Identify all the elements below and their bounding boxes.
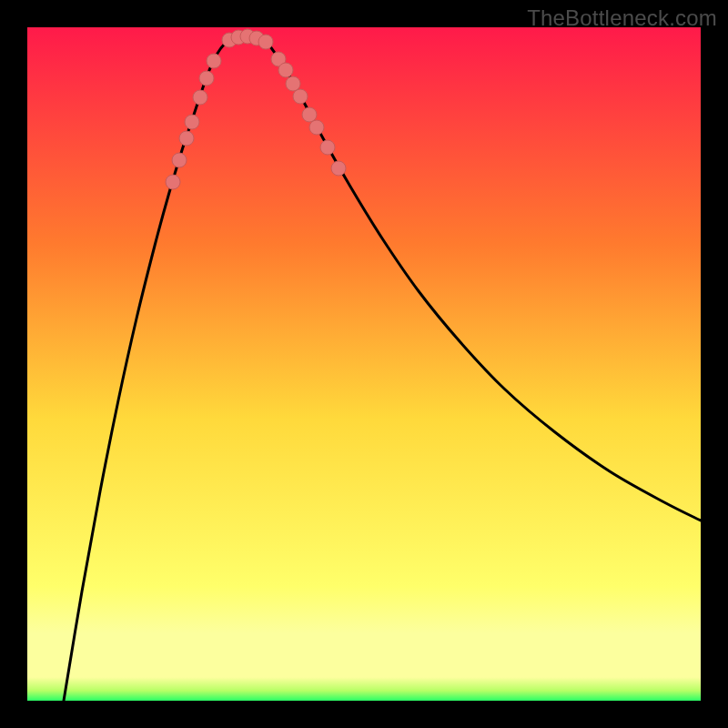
sample-dot: [302, 107, 317, 122]
sample-dot: [309, 120, 324, 135]
sample-dot: [193, 90, 207, 105]
sample-dot: [278, 63, 293, 77]
sample-dot: [293, 89, 308, 104]
sample-dot: [166, 175, 180, 189]
sample-dot: [185, 115, 199, 129]
sample-dot: [172, 153, 187, 167]
sample-dot: [320, 140, 335, 155]
sample-dot: [331, 161, 346, 176]
sample-dot: [179, 131, 194, 146]
sample-dot: [286, 76, 300, 91]
sample-dot: [207, 54, 221, 68]
chart-frame: [27, 27, 701, 701]
sample-dot: [199, 71, 214, 86]
plot-background: [27, 27, 701, 701]
sample-dot: [258, 35, 273, 49]
bottleneck-valley-plot: [27, 27, 701, 701]
